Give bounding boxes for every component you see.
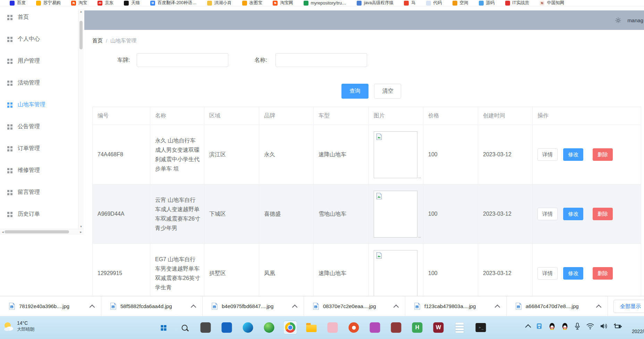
bookmark-item[interactable]: 空间 — [452, 0, 468, 6]
bookmark-item[interactable]: 知 中国知网 — [540, 0, 564, 6]
delete-button[interactable]: 删除 — [593, 208, 613, 220]
bookmark-item[interactable]: 代码 — [426, 0, 442, 6]
clear-button[interactable]: 清空 — [374, 84, 401, 99]
bookmark-item[interactable]: 洪湖小肖 — [207, 0, 232, 6]
terminal-icon[interactable]: ＞_ — [474, 321, 488, 334]
image-alt-ellipsis: .. — [418, 175, 421, 178]
horizontal-scroll-thumb[interactable] — [5, 230, 69, 233]
qq-icon[interactable] — [548, 322, 556, 330]
taskbar-app-maroon-icon[interactable] — [389, 321, 403, 334]
taskbar-app-blue-icon[interactable] — [220, 321, 234, 334]
sidebar-item[interactable]: 活动管理 — [0, 72, 84, 94]
cell-brand: 喜德盛 — [259, 184, 314, 244]
breadcrumb-home-link[interactable]: 首页 — [92, 38, 103, 44]
bookmark-item[interactable]: 改图宝 — [242, 0, 263, 6]
chevron-up-icon[interactable] — [90, 305, 95, 310]
sidebar-item[interactable]: 用户管理 — [0, 50, 84, 72]
download-item[interactable]: f123cab479803a....jpg — [405, 296, 507, 316]
download-item[interactable]: a66847c470d7e8....jpg — [507, 296, 608, 316]
battery-icon[interactable] — [613, 323, 622, 330]
sidebar-item[interactable]: 首页 — [0, 6, 84, 28]
volume-icon[interactable] — [600, 323, 608, 330]
query-button[interactable]: 查询 — [341, 84, 368, 99]
username-label[interactable]: manag — [627, 17, 644, 23]
cell-actions: 详情 修改 删除 — [533, 125, 641, 184]
bookmark-item[interactable]: java高级程序猿 — [357, 0, 393, 6]
taskbar-app-dark-icon[interactable] — [199, 321, 213, 334]
chevron-up-icon[interactable] — [495, 305, 500, 310]
usb-icon[interactable] — [535, 322, 543, 330]
sidebar-item-label: 维修管理 — [18, 167, 40, 174]
gear-icon[interactable] — [615, 17, 621, 24]
chevron-up-icon[interactable] — [191, 305, 196, 310]
taskbar-app-orange-icon[interactable] — [347, 321, 361, 334]
hbuilder-icon[interactable]: H — [410, 321, 424, 334]
bookmark-item[interactable]: myrepository/tru… — [304, 1, 346, 6]
word-app-icon[interactable]: W — [432, 321, 446, 334]
breadcrumb-separator: / — [106, 38, 107, 44]
browser-globe-icon[interactable] — [262, 321, 276, 334]
chevron-up-icon[interactable] — [596, 305, 602, 310]
bookmark-item[interactable]: IT实战营 — [505, 0, 529, 6]
download-item[interactable]: b4e0975fbd6847....jpg — [203, 296, 304, 316]
delete-button[interactable]: 删除 — [593, 148, 613, 161]
weather-widget[interactable]: 14°C 大部晴朗 — [3, 320, 34, 332]
start-button[interactable] — [156, 321, 170, 334]
scroll-up-arrow-icon[interactable]: ▲ — [80, 10, 83, 13]
delete-button[interactable]: 删除 — [593, 267, 613, 280]
edge-icon[interactable] — [241, 321, 255, 334]
download-item[interactable]: 08370e7c2e0eaa....jpg — [304, 296, 405, 316]
cell-id: 12929915 — [93, 244, 150, 296]
sidebar-item[interactable]: 公告管理 — [0, 116, 84, 138]
edit-button[interactable]: 修改 — [563, 267, 583, 280]
bookmark-item[interactable]: 苏宁易购 — [36, 0, 61, 6]
chrome-icon[interactable] — [283, 321, 297, 334]
bookmark-item[interactable]: JD 京东 — [98, 0, 113, 6]
scroll-right-arrow-icon[interactable]: ► — [79, 231, 82, 234]
taskbar-app-pink-icon[interactable] — [326, 321, 340, 334]
column-header: 车型 — [314, 107, 369, 125]
show-all-downloads-button[interactable]: 全部显示 — [613, 300, 644, 313]
detail-button[interactable]: 详情 — [537, 208, 558, 220]
edit-button[interactable]: 修改 — [563, 208, 583, 220]
taskbar-clock[interactable]: 2022/ — [632, 329, 644, 334]
taskbar-app-purple-icon[interactable] — [368, 321, 382, 334]
sidebar-item[interactable]: 订单管理 — [0, 138, 84, 159]
sidebar-item[interactable]: 维修管理 — [0, 159, 84, 181]
cell-price: 100 — [423, 244, 478, 296]
detail-button[interactable]: 详情 — [537, 267, 558, 280]
bookmark-favicon-icon: 知 — [540, 1, 544, 6]
sidebar-item[interactable]: 留言管理 — [0, 181, 84, 203]
bookmark-item[interactable]: 源码 — [479, 0, 495, 6]
search-icon[interactable] — [178, 321, 192, 334]
detail-button[interactable]: 详情 — [537, 148, 558, 161]
bookmark-item[interactable]: 天猫 — [124, 0, 140, 6]
scroll-down-arrow-icon[interactable]: ▼ — [80, 225, 83, 228]
download-item[interactable]: 78192e40a396b....jpg — [0, 296, 101, 316]
file-explorer-icon[interactable] — [305, 321, 319, 334]
bookmark-item[interactable]: 淘 淘宝 — [71, 0, 87, 6]
tray-expand-chevron-icon[interactable] — [525, 324, 531, 330]
edit-button[interactable]: 修改 — [563, 148, 583, 161]
chevron-up-icon[interactable] — [393, 305, 399, 310]
chevron-up-icon[interactable] — [292, 305, 298, 310]
sidebar-item[interactable]: 历史订单 — [0, 203, 84, 225]
sidebar-item[interactable]: 个人中心 — [0, 28, 84, 50]
system-tray — [526, 322, 622, 330]
sidebar-item[interactable]: 山地车管理 — [0, 94, 84, 116]
bookmark-item[interactable]: 译 百度翻译-200种语… — [150, 0, 197, 6]
bookmark-item[interactable]: 百度 — [10, 0, 26, 6]
microphone-icon[interactable] — [574, 322, 581, 330]
bookmark-item[interactable]: 淘 淘宝网 — [273, 0, 293, 6]
notepad-icon[interactable] — [453, 321, 467, 334]
name-input[interactable] — [276, 53, 367, 67]
bookmark-item[interactable]: 马 — [404, 0, 416, 6]
download-item[interactable]: 58f5882fcda6aa4d.jpg — [101, 296, 203, 316]
jpg-file-icon — [313, 303, 319, 310]
qq-icon[interactable] — [561, 322, 569, 330]
vertical-scroll-thumb[interactable] — [79, 21, 83, 49]
scroll-left-arrow-icon[interactable]: ◄ — [1, 231, 4, 234]
wifi-icon[interactable] — [586, 323, 594, 330]
plate-input[interactable] — [137, 53, 228, 67]
bookmark-favicon-icon — [357, 1, 362, 6]
